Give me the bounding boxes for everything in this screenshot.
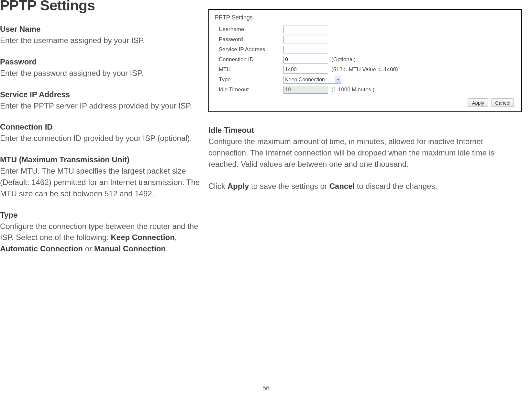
cancel-button[interactable]: Cancel xyxy=(492,98,514,107)
field-desc: Enter the PPTP server IP address provide… xyxy=(0,100,205,112)
label-connection-id: Connection ID xyxy=(219,56,283,63)
field-password: Password Enter the password assigned by … xyxy=(0,57,205,79)
field-label: Service IP Address xyxy=(0,90,205,99)
field-idle-timeout: Idle Timeout Configure the maximum amoun… xyxy=(208,126,522,170)
row-type: Type Keep Connection xyxy=(215,74,515,85)
input-service-ip[interactable] xyxy=(283,46,328,53)
note-pre: Click xyxy=(208,182,227,190)
label-service-ip: Service IP Address xyxy=(219,46,283,53)
label-password: Password xyxy=(219,36,283,43)
left-column: PPTP Settings User Name Enter the userna… xyxy=(0,0,205,266)
row-username: Username xyxy=(215,24,515,34)
right-column: PPTP Settings Username Password Service … xyxy=(205,0,532,266)
apply-button[interactable]: Apply xyxy=(468,98,488,107)
panel-buttons: Apply Cancel xyxy=(215,98,515,107)
type-option-auto: Automatic Connection xyxy=(0,244,83,253)
row-service-ip: Service IP Address xyxy=(215,44,515,54)
row-idle-timeout: Idle Timeout (1-1000 Minutes ) xyxy=(215,85,515,95)
input-connection-id[interactable] xyxy=(283,56,328,63)
field-desc: Configure the maximum amount of time, in… xyxy=(208,136,522,170)
field-desc: Configure the connection type between th… xyxy=(0,221,205,255)
field-label: Connection ID xyxy=(0,122,205,132)
label-idle-timeout: Idle Timeout xyxy=(219,86,283,93)
pptp-settings-panel: PPTP Settings Username Password Service … xyxy=(208,9,522,112)
type-option-manual: Manual Connection xyxy=(94,244,166,253)
hint-idle-timeout: (1-1000 Minutes ) xyxy=(331,86,374,93)
right-text: Idle Timeout Configure the maximum amoun… xyxy=(208,126,522,192)
field-desc: Enter MTU. The MTU specifies the largest… xyxy=(0,166,205,199)
label-type: Type xyxy=(219,76,283,83)
hint-connection-id: (Optional) xyxy=(331,56,356,63)
row-mtu: MTU (512<=MTU Value <=1400) xyxy=(215,64,515,74)
note-apply: Apply xyxy=(227,182,249,190)
field-label: Type xyxy=(0,211,205,220)
type-option-keep: Keep Connection xyxy=(111,233,174,242)
label-username: Username xyxy=(219,26,283,33)
type-end: . xyxy=(166,244,168,253)
field-desc: Enter the connection ID provided by your… xyxy=(0,133,205,144)
select-type-value: Keep Connection xyxy=(285,77,325,83)
field-connection-id: Connection ID Enter the connection ID pr… xyxy=(0,122,205,144)
field-desc: Enter the username assigned by your ISP. xyxy=(0,35,205,46)
note-post: to discard the changes. xyxy=(355,182,437,190)
type-sep: or xyxy=(83,244,94,253)
type-sep: , xyxy=(175,233,177,242)
note-cancel: Cancel xyxy=(329,182,355,190)
label-mtu: MTU xyxy=(219,66,283,73)
page-title: PPTP Settings xyxy=(0,0,205,14)
field-mtu: MTU (Maximum Transmission Unit) Enter MT… xyxy=(0,155,205,199)
field-label: MTU (Maximum Transmission Unit) xyxy=(0,155,205,164)
chevron-down-icon xyxy=(335,76,341,83)
input-mtu[interactable] xyxy=(283,66,328,74)
input-idle-timeout xyxy=(283,86,328,94)
select-type[interactable]: Keep Connection xyxy=(283,76,341,84)
field-label: Idle Timeout xyxy=(208,126,522,135)
field-label: User Name xyxy=(0,25,205,34)
page-number: 56 xyxy=(0,384,532,392)
input-password[interactable] xyxy=(283,36,328,43)
field-username: User Name Enter the username assigned by… xyxy=(0,25,205,46)
input-username[interactable] xyxy=(283,26,328,33)
panel-title: PPTP Settings xyxy=(215,14,515,21)
field-label: Password xyxy=(0,57,205,66)
row-password: Password xyxy=(215,34,515,44)
field-desc: Enter the password assigned by your ISP. xyxy=(0,68,205,79)
apply-cancel-note: Click Apply to save the settings or Canc… xyxy=(208,181,522,192)
note-mid: to save the settings or xyxy=(249,182,329,190)
field-type: Type Configure the connection type betwe… xyxy=(0,211,205,255)
hint-mtu: (512<=MTU Value <=1400) xyxy=(331,66,398,73)
row-connection-id: Connection ID (Optional) xyxy=(215,54,515,64)
field-service-ip: Service IP Address Enter the PPTP server… xyxy=(0,90,205,112)
